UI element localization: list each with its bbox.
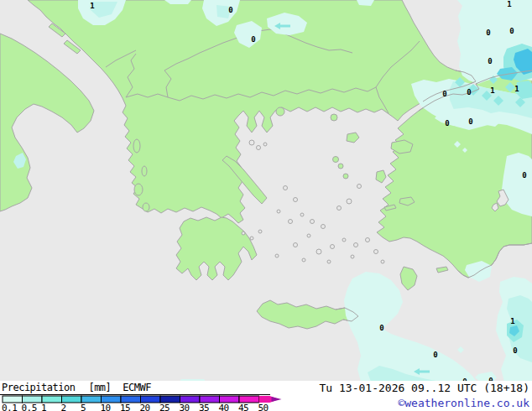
scale-color-cell — [220, 396, 240, 403]
scale-tick-value: 1 — [41, 403, 46, 411]
island — [294, 243, 298, 247]
island — [275, 254, 279, 258]
scale-tick-value: 10 — [101, 403, 111, 411]
precip-value-label: 0 — [433, 351, 437, 359]
island-amorgos — [366, 238, 370, 242]
legend-bar: Precipitation[mm]ECMWF 0.10.512510152025… — [0, 381, 532, 411]
map-canvas: 1001000001100001000100 — [0, 0, 532, 382]
legend-title: Precipitation — [2, 382, 75, 393]
scale-color-cell — [200, 396, 220, 403]
precip-value-label: 0 — [379, 324, 383, 332]
island — [342, 238, 346, 242]
scale-tick-value: 45 — [238, 403, 248, 411]
precip-value-label: 0 — [509, 27, 514, 35]
island — [242, 232, 245, 235]
precip-value-label: 1 — [514, 85, 519, 93]
island — [338, 164, 343, 169]
scale-tick-value: 50 — [258, 403, 269, 411]
model-name: ECMWF — [123, 382, 151, 393]
island-thasos — [276, 107, 284, 116]
precip-value-label: 0 — [228, 6, 232, 14]
scale-tick-value: 30 — [180, 403, 190, 411]
forecast-datetime: Tu 13-01-2026 09..12 UTC (18+18) — [320, 382, 529, 394]
precipitation-map: 1001000001100001000100 — [0, 0, 532, 382]
scale-color-cell — [239, 396, 259, 403]
scale-tick-value: 25 — [159, 403, 170, 411]
precip-value-label: 1 — [490, 86, 494, 95]
island — [354, 243, 358, 247]
island — [337, 206, 342, 211]
island-milos — [316, 249, 321, 254]
scale-tick-value: 20 — [140, 403, 150, 411]
precip-value-label: 0 — [468, 117, 472, 126]
precip-value-label: 0 — [467, 88, 471, 96]
island — [357, 185, 362, 189]
scale-tick-value: 5 — [81, 403, 86, 411]
island — [327, 260, 331, 263]
scale-color-cell — [102, 396, 122, 403]
scale-tick-value: 40 — [219, 403, 229, 411]
island — [310, 220, 315, 224]
scale-tick-value: 15 — [120, 403, 130, 411]
scale-color-cell — [42, 396, 62, 403]
scale-overflow-arrow-tip — [272, 397, 282, 402]
island — [257, 146, 261, 150]
island — [294, 198, 298, 202]
island-samothraki — [331, 114, 337, 121]
island — [300, 213, 304, 216]
island — [249, 140, 254, 145]
island — [284, 186, 288, 190]
scale-tick-value: 2 — [61, 403, 66, 411]
precip-value-label: 1 — [90, 2, 94, 10]
island — [302, 258, 305, 262]
scale-color-cell — [62, 396, 82, 403]
legend-title-row: Precipitation[mm]ECMWF — [2, 382, 151, 393]
precip-value-label: 0 — [251, 35, 255, 44]
island-corfu — [133, 139, 140, 153]
island — [307, 234, 310, 237]
island-kefalonia — [134, 184, 143, 195]
scale-tick-labels: 0.10.5125101520253035404550 — [2, 403, 287, 411]
island-santorini — [331, 245, 335, 249]
island-tinos — [343, 174, 348, 179]
island — [277, 210, 280, 213]
precip-value-label: 0 — [445, 119, 449, 127]
precip-value-label: 0 — [488, 57, 492, 65]
precip-value-label: 1 — [510, 317, 514, 325]
scale-color-cell — [23, 396, 43, 403]
island — [374, 250, 378, 254]
scale-tick-value: 0.1 — [2, 403, 17, 411]
island — [143, 203, 149, 211]
island — [321, 225, 326, 229]
copyright-text: ©weatheronline.co.uk — [398, 397, 529, 409]
legend-unit: [mm] — [88, 382, 111, 393]
precip-value-label: 0 — [522, 171, 526, 179]
scale-color-cell — [81, 396, 102, 403]
scale-color-cell — [141, 396, 161, 403]
weather-map-page: 1001000001100001000100 Precipitation[mm]… — [0, 0, 532, 411]
scale-color-cell — [180, 396, 201, 403]
scale-color-cell — [160, 396, 180, 403]
scale-color-cell — [121, 396, 141, 403]
precip-value-label: 1 — [507, 0, 511, 8]
island — [258, 230, 262, 233]
island — [289, 220, 293, 224]
scale-tick-value: 0.5 — [22, 403, 37, 411]
scale-tick-value: 35 — [199, 403, 209, 411]
island — [263, 143, 267, 146]
island — [142, 166, 147, 176]
island — [351, 255, 354, 258]
island — [250, 237, 253, 240]
island — [381, 260, 384, 263]
precip-value-label: 0 — [513, 346, 517, 355]
island — [347, 199, 352, 204]
precip-value-label: 0 — [442, 90, 446, 98]
precip-value-label: 0 — [486, 29, 490, 37]
island-andros — [333, 157, 339, 163]
scale-color-cell — [3, 396, 23, 403]
